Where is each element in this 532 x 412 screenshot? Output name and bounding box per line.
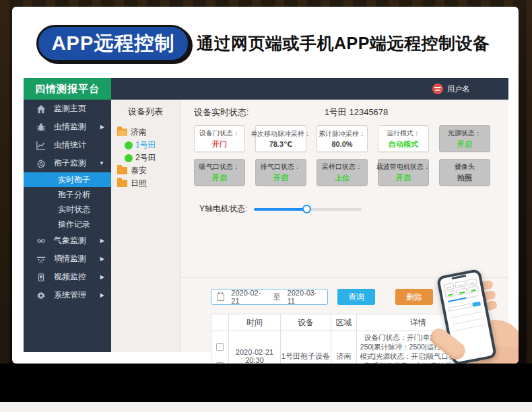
sidebar: 监测主页 虫情监测 ▶ 虫情统计 孢子监测 xyxy=(24,100,111,352)
soil-icon xyxy=(36,254,46,265)
start-date: 2020-02-21 xyxy=(231,289,266,305)
intake-status-card[interactable]: 吸气口状态： 开启 xyxy=(194,159,245,186)
y-axis-motor-label: Y轴电机状态: xyxy=(199,203,247,215)
folder-open-icon xyxy=(117,129,127,136)
tree-node-field1[interactable]: 1号田 xyxy=(117,139,180,151)
platform-logo: 四情测报平台 xyxy=(24,78,111,100)
bottom-strip xyxy=(0,402,532,412)
content-card: APP远程控制 通过网页端或手机APP端远程控制设备 四情测报平台 用户名 监测… xyxy=(12,7,519,364)
home-icon xyxy=(36,104,46,114)
app-header: 四情测报平台 用户名 xyxy=(24,78,508,100)
gear-solid-icon xyxy=(36,290,46,301)
realtime-status-title: 设备实时状态: xyxy=(194,106,249,118)
sidebar-subitem-operation-log[interactable]: 操作记录 xyxy=(24,217,111,232)
door-status-card[interactable]: 设备门状态： 开门 xyxy=(194,125,245,152)
calendar-icon xyxy=(217,294,224,301)
sidebar-item-monitor-home[interactable]: 监测主页 xyxy=(24,100,111,118)
row-checkbox[interactable] xyxy=(216,362,224,364)
date-to-label: 至 xyxy=(273,292,281,302)
sidebar-item-spore-monitor[interactable]: 孢子监测 ▼ xyxy=(24,154,111,172)
checkbox-column-header xyxy=(211,314,229,331)
chart-icon xyxy=(36,140,46,151)
cell-device: 1号田孢子设备 xyxy=(281,331,331,364)
video-icon xyxy=(36,272,46,283)
carrier-motor-card[interactable]: 载波带电机状态： 开启 xyxy=(378,159,429,186)
y-axis-motor-slider[interactable] xyxy=(254,208,362,211)
date-range-input[interactable]: 2020-02-21 至 2020-03-11 xyxy=(211,289,328,305)
single-pulse-card[interactable]: 单次移动脉冲采样： 78.3℃ xyxy=(255,125,306,152)
sidebar-item-insect-stats[interactable]: 虫情统计 xyxy=(24,136,111,154)
cell-time: 2020-02-21 20:30 xyxy=(229,331,281,364)
light-status-card[interactable]: 光源状态： 开启 xyxy=(439,125,490,152)
sidebar-item-video-monitor[interactable]: 视频监控 ▶ xyxy=(24,268,111,286)
device-list-panel: 设备列表 济南 1号田 2号田 泰安 xyxy=(111,100,180,352)
end-date: 2020-03-11 xyxy=(288,289,322,305)
y-axis-motor-row: Y轴电机状态: xyxy=(180,186,508,215)
folder-icon xyxy=(117,167,127,174)
cell-region: 济南 xyxy=(331,331,357,364)
device-tree: 济南 1号田 2号田 泰安 日照 xyxy=(111,118,180,190)
sampling-port-card[interactable]: 采样口状态： 上位 xyxy=(317,159,368,186)
device-id-label: 1号田 12345678 xyxy=(325,106,389,118)
tree-node-taian[interactable]: 泰安 xyxy=(117,164,180,177)
tree-node-field2[interactable]: 2号田 xyxy=(117,151,180,164)
username-label: 用户名 xyxy=(447,84,469,94)
sidebar-item-weather-monitor[interactable]: 气象监测 ▶ xyxy=(24,232,111,250)
sidebar-subitem-realtime-spore[interactable]: 实时孢子 xyxy=(24,172,111,187)
query-button[interactable]: 查询 xyxy=(337,289,375,305)
sidebar-item-soil-monitor[interactable]: 墒情监测 ▶ xyxy=(24,250,111,268)
bug-icon xyxy=(36,122,46,133)
device-list-title: 设备列表 xyxy=(111,100,180,118)
device-online-dot-icon xyxy=(125,141,133,149)
slider-handle[interactable] xyxy=(302,205,311,213)
tree-node-jinan[interactable]: 济南 xyxy=(117,126,180,139)
banner-subtitle: 通过网页端或手机APP端远程控制设备 xyxy=(197,25,506,62)
banner-badge: APP远程控制 xyxy=(36,25,190,62)
sidebar-subitem-spore-analysis[interactable]: 孢子分析 xyxy=(24,187,111,202)
weather-icon xyxy=(36,236,46,246)
sidebar-item-system-admin[interactable]: 系统管理 ▶ xyxy=(24,286,111,304)
row-checkbox[interactable] xyxy=(216,343,224,351)
sidebar-subitem-realtime-status[interactable]: 实时状态 xyxy=(24,202,111,217)
phone-mockup xyxy=(416,256,519,364)
device-online-dot-icon xyxy=(125,154,133,162)
status-cards-row2: 吸气口状态： 开启 排气口状态： 开启 采样口状态： 上位 载波带电机状态： 开… xyxy=(180,152,508,186)
exhaust-status-card[interactable]: 排气口状态： 开启 xyxy=(255,159,306,186)
gear-outline-icon xyxy=(36,158,46,169)
user-menu[interactable]: 用户名 xyxy=(432,78,469,100)
total-pulse-card[interactable]: 累计脉冲采样： 80.0% xyxy=(317,125,368,152)
user-avatar-icon xyxy=(432,83,443,94)
tree-node-rizhao[interactable]: 日照 xyxy=(117,177,180,190)
folder-icon xyxy=(117,180,127,187)
camera-capture-card[interactable]: 摄像头 拍照 xyxy=(439,159,490,186)
run-mode-card[interactable]: 运行模式： 自动模式 xyxy=(378,125,429,152)
status-cards-row1: 设备门状态： 开门 单次移动脉冲采样： 78.3℃ 累计脉冲采样： 80.0% … xyxy=(180,118,508,152)
sidebar-item-insect-monitor[interactable]: 虫情监测 ▶ xyxy=(24,118,111,136)
filter-row: 2020-02-21 至 2020-03-11 查询 删除 xyxy=(211,289,433,305)
